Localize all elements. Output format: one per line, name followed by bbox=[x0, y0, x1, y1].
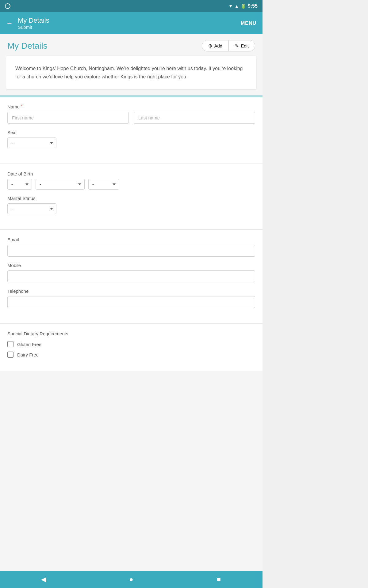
telephone-label: Telephone bbox=[7, 288, 255, 294]
add-label: Add bbox=[214, 43, 222, 48]
marital-group: Marital Status - Single Married Divorced… bbox=[7, 196, 255, 214]
email-group: Email bbox=[7, 237, 255, 257]
sex-group: Sex - Male Female bbox=[7, 130, 255, 148]
dob-marital-section: Date of Birth - - - Marital Status - Sin… bbox=[0, 164, 263, 230]
dairy-free-checkbox[interactable] bbox=[7, 352, 13, 358]
required-star: * bbox=[21, 104, 23, 109]
dob-label: Date of Birth bbox=[7, 171, 255, 176]
gluten-free-label: Gluten Free bbox=[17, 342, 41, 347]
last-name-input[interactable] bbox=[134, 112, 255, 124]
status-circle-icon bbox=[5, 3, 10, 9]
battery-icon: 🔋 bbox=[241, 4, 246, 9]
dob-selects: - - - bbox=[7, 179, 255, 190]
welcome-card: Welcome to Kings' Hope Church, Nottingha… bbox=[6, 56, 256, 89]
name-sex-section: Name * Sex - Male Female bbox=[0, 96, 263, 164]
telephone-input[interactable] bbox=[7, 296, 255, 308]
nav-title-area: My Details Submit bbox=[18, 17, 49, 30]
status-icons: ▼ ▲ 🔋 9:55 bbox=[228, 3, 258, 9]
name-group: Name * bbox=[7, 104, 255, 124]
email-input[interactable] bbox=[7, 245, 255, 257]
dob-day-select[interactable]: - bbox=[7, 179, 32, 190]
sex-label: Sex bbox=[7, 130, 255, 135]
edit-label: Edit bbox=[241, 43, 249, 48]
marital-status-select[interactable]: - Single Married Divorced Widowed bbox=[7, 203, 56, 214]
page-title: My Details bbox=[7, 41, 48, 51]
wifi-icon: ▼ bbox=[228, 4, 233, 9]
gluten-free-item: Gluten Free bbox=[7, 341, 255, 347]
contact-section: Email Mobile Telephone bbox=[0, 230, 263, 324]
nav-stop-button[interactable]: ■ bbox=[213, 573, 225, 586]
nav-back-button[interactable]: ◀ bbox=[38, 573, 50, 586]
add-icon: ⊕ bbox=[208, 43, 212, 49]
name-label: Name * bbox=[7, 104, 255, 109]
mobile-group: Mobile bbox=[7, 263, 255, 282]
nav-home-button[interactable]: ● bbox=[125, 573, 137, 586]
mobile-label: Mobile bbox=[7, 263, 255, 268]
mobile-input[interactable] bbox=[7, 270, 255, 282]
dairy-free-item: Dairy Free bbox=[7, 352, 255, 358]
name-label-text: Name bbox=[7, 104, 20, 109]
welcome-text: Welcome to Kings' Hope Church, Nottingha… bbox=[15, 64, 247, 81]
status-bar: ▼ ▲ 🔋 9:55 bbox=[0, 0, 263, 12]
nav-title: My Details bbox=[18, 17, 49, 24]
gluten-free-checkbox[interactable] bbox=[7, 341, 13, 347]
dietary-requirements-label: Special Dietary Requirements bbox=[7, 331, 255, 336]
signal-icon: ▲ bbox=[235, 4, 239, 9]
dob-group: Date of Birth - - - bbox=[7, 171, 255, 190]
telephone-group: Telephone bbox=[7, 288, 255, 308]
edit-button[interactable]: ✎ Edit bbox=[229, 40, 255, 51]
email-label: Email bbox=[7, 237, 255, 242]
nav-left: ← My Details Submit bbox=[6, 17, 49, 30]
dob-year-select[interactable]: - bbox=[88, 179, 119, 190]
dietary-section: Special Dietary Requirements Gluten Free… bbox=[0, 324, 263, 371]
sex-select[interactable]: - Male Female bbox=[7, 138, 56, 148]
dob-month-select[interactable]: - bbox=[36, 179, 85, 190]
back-button[interactable]: ← bbox=[6, 19, 13, 27]
main-content: My Details ⊕ Add ✎ Edit Welcome to Kings… bbox=[0, 34, 263, 588]
nav-subtitle: Submit bbox=[18, 24, 49, 30]
nav-bar: ← My Details Submit MENU bbox=[0, 12, 263, 34]
page-header: My Details ⊕ Add ✎ Edit bbox=[0, 34, 263, 56]
marital-label: Marital Status bbox=[7, 196, 255, 201]
add-button[interactable]: ⊕ Add bbox=[202, 40, 229, 51]
dairy-free-label: Dairy Free bbox=[17, 352, 39, 357]
name-inputs bbox=[7, 112, 255, 124]
header-buttons: ⊕ Add ✎ Edit bbox=[202, 40, 255, 51]
edit-icon: ✎ bbox=[235, 43, 239, 49]
menu-button[interactable]: MENU bbox=[241, 21, 256, 26]
status-time: 9:55 bbox=[248, 3, 258, 9]
bottom-nav-bar: ◀ ● ■ bbox=[0, 571, 263, 588]
first-name-input[interactable] bbox=[7, 112, 129, 124]
